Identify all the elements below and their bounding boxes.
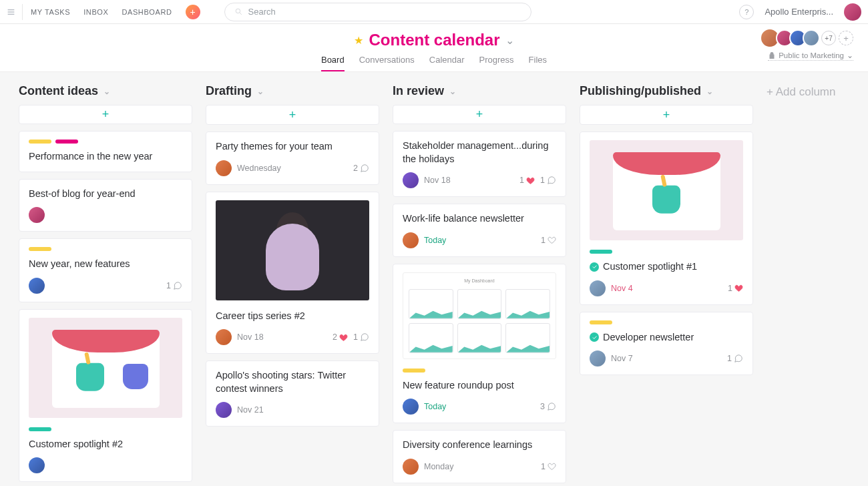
- card-title: Career tips series #2: [216, 310, 369, 323]
- likes-count[interactable]: 1: [541, 236, 556, 245]
- assignee-avatar[interactable]: [29, 207, 45, 223]
- card[interactable]: Developer newsletterNov 71: [580, 312, 753, 376]
- tab-board[interactable]: Board: [321, 55, 345, 71]
- comments-count[interactable]: 1: [353, 332, 369, 342]
- assignee-avatar[interactable]: [590, 350, 606, 367]
- add-card-button[interactable]: +: [580, 105, 753, 125]
- add-column-button[interactable]: + Add column: [767, 84, 868, 486]
- comments-count[interactable]: 1: [540, 176, 556, 185]
- add-card-button[interactable]: +: [19, 105, 192, 124]
- chevron-down-icon[interactable]: ⌄: [706, 87, 713, 96]
- tab-conversations[interactable]: Conversations: [359, 55, 415, 71]
- assignee-avatar[interactable]: [216, 329, 232, 345]
- tag: [590, 250, 612, 254]
- tab-calendar[interactable]: Calendar: [429, 55, 465, 71]
- card-title: New feature roundup post: [403, 379, 556, 393]
- card-meta: Today1: [403, 232, 556, 248]
- search-input[interactable]: Search: [224, 3, 531, 21]
- card-meta: Wednesday2: [216, 160, 369, 176]
- card[interactable]: Customer spotlight #2: [19, 309, 192, 483]
- global-create-button[interactable]: +: [186, 5, 200, 19]
- assignee-avatar[interactable]: [216, 160, 232, 176]
- member-avatar[interactable]: [803, 29, 820, 47]
- card-cover-image: [590, 140, 743, 240]
- chevron-down-icon: ⌄: [847, 51, 853, 60]
- card-tags: [29, 427, 182, 431]
- card-meta: Nov 1821: [216, 329, 369, 345]
- project-visibility[interactable]: Public to Marketing ⌄: [768, 51, 853, 61]
- comments-count[interactable]: 1: [166, 281, 182, 290]
- card-cover-image: My Dashboard: [403, 272, 556, 359]
- card-date: Nov 21: [237, 405, 264, 415]
- add-card-button[interactable]: +: [393, 105, 566, 124]
- assignee-avatar[interactable]: [590, 280, 606, 296]
- workspace-name[interactable]: Apollo Enterpris...: [765, 7, 833, 17]
- add-card-button[interactable]: +: [206, 105, 379, 125]
- card-meta: Nov 71: [590, 350, 743, 367]
- assignee-avatar[interactable]: [29, 278, 45, 294]
- assignee-avatar[interactable]: [216, 402, 232, 418]
- star-icon[interactable]: ★: [354, 34, 363, 47]
- card-list: Party themes for your teamWednesday2Care…: [206, 132, 379, 440]
- card[interactable]: Apollo's shooting stars: Twitter contest…: [206, 360, 379, 427]
- chevron-down-icon[interactable]: ⌄: [449, 87, 456, 96]
- tag: [29, 427, 51, 431]
- column-header[interactable]: Drafting⌄: [206, 84, 379, 98]
- card-date: Today: [424, 402, 446, 411]
- card[interactable]: Performance in the new year: [19, 131, 192, 172]
- project-title[interactable]: Content calendar: [369, 31, 499, 49]
- card[interactable]: Stakeholder management...during the holi…: [393, 131, 566, 197]
- project-menu-chevron[interactable]: ⌄: [505, 34, 514, 47]
- card-date: Nov 7: [611, 354, 633, 363]
- comments-count[interactable]: 1: [727, 354, 743, 363]
- column-header[interactable]: In review⌄: [393, 84, 566, 98]
- card-meta: [29, 457, 182, 473]
- assignee-avatar[interactable]: [403, 172, 419, 188]
- column-title: In review: [393, 84, 444, 98]
- nav-dashboard[interactable]: DASHBOARD: [122, 8, 172, 16]
- card-title: Apollo's shooting stars: Twitter contest…: [216, 369, 369, 395]
- menu-button[interactable]: [7, 4, 23, 20]
- card-title: Stakeholder management...during the holi…: [403, 140, 556, 166]
- assignee-avatar[interactable]: [403, 399, 419, 415]
- card-meta: Nov 41: [590, 280, 743, 296]
- chevron-down-icon[interactable]: ⌄: [257, 87, 264, 96]
- card-list: Customer spotlight #1Nov 41Developer new…: [580, 132, 753, 389]
- card[interactable]: Best-of blog for year-end: [19, 179, 192, 232]
- card-meta: Today3: [403, 399, 556, 415]
- card[interactable]: New year, new features1: [19, 238, 192, 302]
- comments-count[interactable]: 2: [353, 164, 369, 173]
- check-icon: [590, 262, 599, 272]
- likes-count[interactable]: 2: [333, 332, 348, 342]
- column-header[interactable]: Content ideas⌄: [19, 84, 192, 98]
- tab-progress[interactable]: Progress: [479, 55, 514, 71]
- likes-count[interactable]: 1: [519, 176, 535, 185]
- card[interactable]: Party themes for your teamWednesday2: [206, 132, 379, 185]
- chevron-down-icon[interactable]: ⌄: [103, 87, 110, 96]
- assignee-avatar[interactable]: [29, 457, 45, 473]
- help-button[interactable]: ?: [739, 5, 754, 19]
- card[interactable]: Diversity conference learningsMonday1: [393, 430, 566, 483]
- card-meta: [29, 207, 182, 223]
- user-avatar[interactable]: [844, 3, 861, 21]
- card-tags: [29, 140, 182, 144]
- assignee-avatar[interactable]: [403, 459, 419, 475]
- tab-files[interactable]: Files: [529, 55, 547, 71]
- card-tags: [403, 369, 556, 373]
- card[interactable]: My DashboardNew feature roundup postToda…: [393, 264, 566, 424]
- add-member-button[interactable]: +: [839, 31, 853, 45]
- nav-inbox[interactable]: INBOX: [83, 8, 108, 16]
- card-title: Best-of blog for year-end: [29, 188, 182, 201]
- member-overflow-count[interactable]: +7: [821, 31, 836, 45]
- card-title: New year, new features: [29, 258, 182, 271]
- column-header[interactable]: Publishing/published⌄: [580, 84, 753, 98]
- card[interactable]: Career tips series #2Nov 1821: [206, 192, 379, 354]
- card-meta: 1: [29, 278, 182, 294]
- nav-my-tasks[interactable]: MY TASKS: [31, 8, 70, 16]
- card[interactable]: Customer spotlight #1Nov 41: [580, 132, 753, 305]
- card[interactable]: Work-life balance newsletterToday1: [393, 204, 566, 257]
- likes-count[interactable]: 1: [541, 462, 556, 471]
- assignee-avatar[interactable]: [403, 232, 419, 248]
- comments-count[interactable]: 3: [540, 402, 556, 411]
- likes-count[interactable]: 1: [728, 284, 743, 293]
